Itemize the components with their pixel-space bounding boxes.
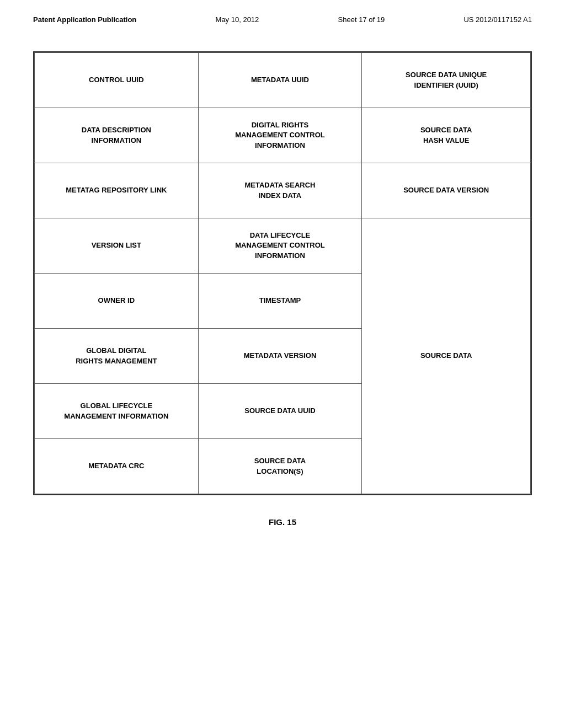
cell-digital-rights: DIGITAL RIGHTSMANAGEMENT CONTROLINFORMAT…	[198, 108, 362, 163]
publication-title: Patent Application Publication	[33, 15, 136, 24]
figure-label: FIG. 15	[0, 517, 565, 527]
cell-source-data-hash: SOURCE DATAHASH VALUE	[362, 108, 531, 163]
cell-data-description: DATA DESCRIPTIONINFORMATION	[35, 108, 199, 163]
cell-metadata-search: METADATA SEARCHINDEX DATA	[198, 163, 362, 218]
sheet-info: Sheet 17 of 19	[338, 15, 385, 24]
page-header: Patent Application Publication May 10, 2…	[0, 0, 565, 29]
table-row: CONTROL UUID METADATA UUID SOURCE DATA U…	[35, 53, 531, 108]
cell-metatag-repo: METATAG REPOSITORY LINK	[35, 163, 199, 218]
diagram-container: CONTROL UUID METADATA UUID SOURCE DATA U…	[33, 51, 532, 495]
cell-source-data-unique-id: SOURCE DATA UNIQUEIDENTIFIER (UUID)	[362, 53, 531, 108]
cell-control-uuid: CONTROL UUID	[35, 53, 199, 108]
cell-source-data-version: SOURCE DATA VERSION	[362, 163, 531, 218]
cell-version-list: VERSION LIST	[35, 218, 199, 274]
patent-number: US 2012/0117152 A1	[463, 15, 532, 24]
cell-metadata-uuid: METADATA UUID	[198, 53, 362, 108]
data-table: CONTROL UUID METADATA UUID SOURCE DATA U…	[34, 52, 531, 494]
table-row: VERSION LIST DATA LIFECYCLEMANAGEMENT CO…	[35, 218, 531, 274]
cell-timestamp: TIMESTAMP	[198, 274, 362, 329]
cell-metadata-version: METADATA VERSION	[198, 329, 362, 384]
publication-date: May 10, 2012	[216, 15, 259, 24]
cell-data-lifecycle: DATA LIFECYCLEMANAGEMENT CONTROLINFORMAT…	[198, 218, 362, 274]
cell-source-data-locations: SOURCE DATALOCATION(S)	[198, 439, 362, 494]
cell-owner-id: OWNER ID	[35, 274, 199, 329]
cell-global-digital-rights: GLOBAL DIGITALRIGHTS MANAGEMENT	[35, 329, 199, 384]
cell-source-data: SOURCE DATA	[362, 218, 531, 494]
cell-global-lifecycle: GLOBAL LIFECYCLEMANAGEMENT INFORMATION	[35, 384, 199, 439]
cell-metadata-crc: METADATA CRC	[35, 439, 199, 494]
table-row: METATAG REPOSITORY LINK METADATA SEARCHI…	[35, 163, 531, 218]
cell-source-data-uuid: SOURCE DATA UUID	[198, 384, 362, 439]
table-row: DATA DESCRIPTIONINFORMATION DIGITAL RIGH…	[35, 108, 531, 163]
